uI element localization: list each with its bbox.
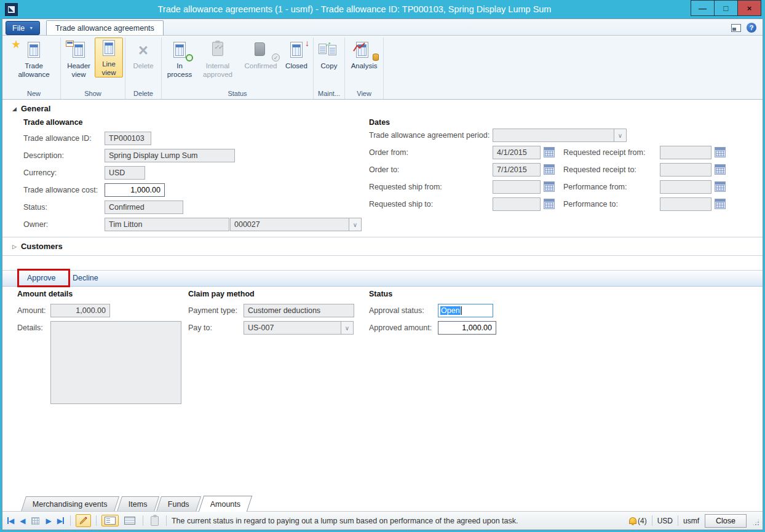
label-amount: Amount: (17, 306, 46, 315)
ribbon-group-status: In process ✓✓ Internal approved ✓ Confir… (162, 38, 314, 99)
file-menu-label: File (12, 24, 25, 33)
label-approved-amount: Approved amount: (369, 324, 432, 332)
edit-record-button[interactable] (76, 514, 91, 527)
confirmed-icon: ✓ (241, 40, 280, 62)
grid-view-icon (124, 517, 135, 525)
details-view-icon (105, 517, 116, 525)
field-trade-allowance-cost[interactable]: 1,000.00 (105, 183, 165, 197)
chevron-down-icon: ∨ (345, 325, 349, 332)
calendar-icon[interactable] (544, 164, 555, 175)
field-requested-ship-from (493, 180, 541, 194)
tab-amounts[interactable]: Amounts (199, 496, 253, 512)
bell-icon (629, 517, 636, 524)
workspace-layout-icon[interactable] (731, 24, 741, 32)
nav-prev-icon: ◀ (20, 517, 25, 525)
label-pay-to: Pay to: (188, 324, 212, 332)
calendar-icon[interactable] (544, 147, 555, 157)
ribbon-group-label-new: New (9, 89, 58, 99)
notification-count: (4) (638, 517, 647, 525)
calendar-icon[interactable] (544, 199, 555, 209)
first-record-button[interactable]: ◀ (6, 517, 15, 525)
close-form-button[interactable]: Close (705, 514, 747, 528)
resize-grip[interactable] (752, 518, 760, 526)
field-trade-allowance-id: TP000103 (105, 132, 151, 145)
label-performance-from: Performance from: (563, 183, 627, 191)
calendar-icon[interactable] (715, 181, 726, 192)
close-window-button[interactable]: × (737, 0, 761, 16)
label-status: Status: (23, 203, 47, 212)
ribbon-button-header-view[interactable]: Header view (63, 38, 95, 81)
record-grid-icon[interactable] (31, 517, 39, 525)
maximize-button[interactable]: □ (714, 0, 738, 16)
app-window: Trade allowance agreements (1 - usmf) - … (0, 0, 765, 532)
calendar-icon[interactable] (715, 147, 726, 157)
tab-items[interactable]: Items (117, 496, 159, 512)
help-icon[interactable]: ? (747, 23, 756, 33)
file-menu-button[interactable]: File ▼ (6, 21, 40, 35)
label-performance-to: Performance to: (563, 200, 618, 208)
calendar-icon[interactable] (544, 181, 555, 192)
owner-dropdown-button[interactable]: ∨ (349, 218, 362, 231)
last-record-button[interactable]: ▶ (56, 517, 65, 525)
ribbon-button-line-view[interactable]: Line view (95, 38, 123, 77)
pencil-icon (79, 516, 88, 525)
group-header-claim-pay-method: Claim pay method (188, 290, 255, 298)
label-requested-ship-to: Requested ship to: (369, 200, 433, 208)
statusbar: ◀ ◀ ▶ ▶ The current status in regard to … (2, 512, 763, 530)
ribbon-button-in-process[interactable]: In process (164, 38, 196, 81)
label-trade-allowance-id: Trade allowance ID: (23, 134, 92, 143)
field-approved-amount[interactable]: 1,000.00 (438, 321, 496, 335)
chevron-down-icon: ∨ (618, 132, 622, 139)
chevron-down-icon: ∨ (353, 221, 357, 228)
nav-prev-icon: ◀ (9, 517, 14, 525)
details-view-button[interactable] (101, 515, 119, 526)
closed-icon: ↓ (283, 40, 310, 62)
minimize-icon: — (699, 4, 707, 13)
field-approval-status[interactable]: Open (438, 304, 493, 317)
section-header-customers[interactable]: ▷ Customers (12, 242, 63, 251)
window-frame: File ▼ Trade allowance agreements ? Trad… (2, 18, 763, 530)
calendar-icon[interactable] (715, 199, 726, 209)
decline-button[interactable]: Decline (73, 274, 98, 282)
delete-x-icon: × (129, 40, 158, 62)
group-header-status: Status (369, 290, 392, 298)
label-currency: Currency: (23, 169, 57, 177)
field-order-from: 4/1/2015 (493, 146, 541, 159)
ribbon-tab-trade-allowance-agreements[interactable]: Trade allowance agreements (46, 20, 164, 35)
close-icon: × (747, 4, 752, 13)
notifications-button[interactable]: (4) (629, 517, 647, 525)
internal-approved-icon: ✓✓ (197, 40, 239, 62)
collapse-triangle-icon: ◢ (12, 106, 17, 112)
field-requested-receipt-from (660, 146, 711, 159)
field-owner-name: Tim Litton (105, 218, 229, 231)
new-trade-allowance-icon (10, 40, 57, 62)
ribbon-button-copy[interactable]: → Copy (315, 38, 343, 73)
tab-merchandising-events[interactable]: Merchandising events (21, 496, 119, 512)
titlebar[interactable]: Trade allowance agreements (1 - usmf) - … (0, 0, 765, 18)
ribbon-button-analysis[interactable]: Analysis (347, 38, 381, 73)
ribbon-button-trade-allowance[interactable]: Trade allowance (9, 38, 58, 81)
next-record-button[interactable]: ▶ (44, 517, 52, 525)
ribbon-button-internal-approved: ✓✓ Internal approved (196, 38, 240, 81)
expand-triangle-icon: ▷ (12, 244, 17, 250)
ribbon-group-show: Header view Line view Show (61, 38, 125, 99)
calendar-icon[interactable] (715, 164, 726, 175)
period-dropdown-button[interactable]: ∨ (614, 129, 627, 142)
selected-text: Open (440, 306, 461, 315)
grid-view-button[interactable] (122, 515, 138, 526)
tab-funds[interactable]: Funds (156, 496, 201, 512)
previous-record-button[interactable]: ◀ (18, 517, 26, 525)
window-title: Trade allowance agreements (1 - usmf) - … (18, 4, 691, 14)
ribbon-group-label-view: View (347, 89, 381, 99)
field-pay-to: US-007 (244, 321, 341, 335)
form-content: ◢ General Trade allowance Dates Trade al… (2, 100, 763, 513)
field-details (50, 321, 181, 404)
pay-to-dropdown-button[interactable]: ∨ (341, 321, 354, 335)
field-requested-receipt-to (660, 163, 711, 177)
ribbon-button-closed[interactable]: ↓ Closed (282, 38, 311, 73)
label-order-to: Order to: (369, 165, 399, 174)
document-attachments-button[interactable] (148, 514, 161, 528)
minimize-button[interactable]: — (691, 0, 715, 16)
section-header-general[interactable]: ◢ General (12, 104, 50, 113)
company-indicator: usmf (683, 517, 699, 525)
